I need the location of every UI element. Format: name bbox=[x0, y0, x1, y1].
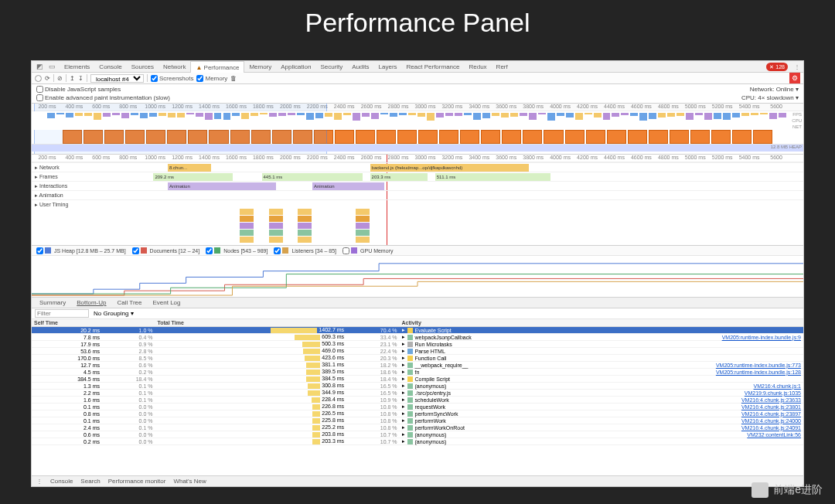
column-header[interactable]: Total Time bbox=[155, 319, 346, 327]
screenshot-thumb[interactable] bbox=[356, 130, 375, 144]
load-icon[interactable]: ↥ bbox=[70, 75, 75, 82]
frame-segment[interactable]: 511.1 ms bbox=[435, 173, 550, 181]
screenshot-thumb[interactable] bbox=[418, 130, 438, 144]
tab-layers[interactable]: Layers bbox=[374, 61, 402, 73]
column-header[interactable]: Self Time bbox=[32, 319, 102, 327]
anim-seg[interactable]: Animation bbox=[168, 182, 276, 190]
network-item[interactable]: backend.js (frekudmap...op/djfkapdkascnh… bbox=[370, 164, 529, 172]
table-row[interactable]: 1.3 ms0.1 % 300.8 ms16.5 %▸(anonymous)VM… bbox=[32, 383, 803, 390]
screenshot-thumb[interactable] bbox=[690, 130, 710, 144]
screenshot-thumb[interactable] bbox=[753, 130, 772, 144]
tab-performance[interactable]: ▲ Performance bbox=[190, 61, 244, 73]
screenshot-thumb[interactable] bbox=[439, 130, 458, 144]
table-row[interactable]: 384.5 ms18.4 % 384.5 ms18.4 %▸Compile Sc… bbox=[32, 376, 803, 383]
table-row[interactable]: 2.2 ms0.1 % 344.9 ms16.5 %▸./src/pc/entr… bbox=[32, 390, 803, 397]
screenshot-thumb[interactable] bbox=[565, 130, 584, 144]
settings-gear-icon[interactable]: ⚙ bbox=[789, 73, 800, 83]
overview-panel[interactable]: 200 ms400 ms600 ms800 ms1000 ms1200 ms14… bbox=[32, 104, 803, 155]
screenshot-thumb[interactable] bbox=[732, 130, 752, 144]
tab-event-log[interactable]: Event Log bbox=[148, 298, 185, 308]
table-row[interactable]: 170.0 ms8.5 % 423.6 ms20.3 %▸Function Ca… bbox=[32, 355, 803, 362]
record-button[interactable] bbox=[35, 75, 42, 82]
drawer-whats-new[interactable]: What's New bbox=[173, 478, 206, 485]
tab-elements[interactable]: Elements bbox=[60, 61, 94, 73]
screenshot-thumb[interactable] bbox=[670, 130, 689, 144]
mem-heap-checkbox[interactable] bbox=[36, 247, 43, 254]
track-interactions[interactable]: ▸ Interactions Animation Animation bbox=[32, 181, 803, 190]
network-select[interactable]: Online bbox=[776, 86, 794, 93]
tab-security[interactable]: Security bbox=[315, 61, 347, 73]
table-row[interactable]: 53.6 ms2.8 % 469.0 ms22.4 %▸Parse HTML bbox=[32, 348, 803, 355]
anim-seg[interactable]: Animation bbox=[312, 182, 384, 190]
screenshot-thumb[interactable] bbox=[649, 130, 668, 144]
grouping-select[interactable]: No Grouping ▾ bbox=[94, 310, 134, 317]
screenshot-thumb[interactable] bbox=[377, 130, 396, 144]
advanced-paint-checkbox[interactable] bbox=[36, 94, 43, 101]
network-item[interactable]: 8.chun... bbox=[168, 164, 211, 172]
memory-checkbox[interactable] bbox=[196, 75, 203, 82]
tab-summary[interactable]: Summary bbox=[35, 298, 70, 308]
drawer-more-icon[interactable]: ⋮ bbox=[36, 478, 43, 485]
table-row[interactable]: 0.1 ms0.0 % 225.8 ms10.8 %▸performWorkVM… bbox=[32, 417, 803, 424]
clear-icon[interactable]: ⊘ bbox=[57, 75, 63, 82]
device-icon[interactable]: ▭ bbox=[47, 62, 56, 71]
save-icon[interactable]: ↧ bbox=[78, 75, 84, 82]
track-network[interactable]: ▸ Network 8.chun... backend.js (frekudma… bbox=[32, 162, 803, 172]
frame-segment[interactable]: 445.1 ms bbox=[262, 173, 363, 181]
screenshot-thumb[interactable] bbox=[544, 130, 563, 144]
table-row[interactable]: 17.9 ms0.9 % 500.3 ms23.1 %▸Run Microtas… bbox=[32, 341, 803, 348]
table-row[interactable]: 0.2 ms0.0 % 203.3 ms10.7 %▸(anonymous) bbox=[32, 438, 803, 445]
drawer-perf-monitor[interactable]: Performance monitor bbox=[108, 478, 166, 485]
track-animation[interactable]: ▸ Animation bbox=[32, 190, 803, 199]
table-row[interactable]: 0.6 ms0.0 % 203.8 ms10.7 %▸(anonymous)VM… bbox=[32, 431, 803, 438]
tab-application[interactable]: Application bbox=[276, 61, 315, 73]
tab-audits[interactable]: Audits bbox=[347, 61, 373, 73]
inspect-icon[interactable]: ◩ bbox=[35, 62, 44, 71]
target-select[interactable]: localhost #4 bbox=[90, 74, 144, 83]
screenshots-checkbox[interactable] bbox=[151, 75, 158, 82]
frame-segment[interactable]: 203.3 ms bbox=[370, 173, 428, 181]
bottom-up-table[interactable]: Self TimeTotal TimeActivity 20.2 ms1.0 %… bbox=[32, 319, 803, 475]
table-row[interactable]: 20.2 ms1.0 % 1402.7 ms70.4 %▸Evaluate Sc… bbox=[32, 327, 803, 334]
screenshot-thumb[interactable] bbox=[335, 130, 354, 144]
screenshot-thumb[interactable] bbox=[502, 130, 521, 144]
error-badge[interactable]: ✕ 128 bbox=[766, 63, 788, 71]
flame-chart[interactable] bbox=[81, 209, 803, 255]
screenshot-thumb[interactable] bbox=[586, 130, 605, 144]
table-row[interactable]: 4.5 ms0.2 % 389.5 ms18.6 %▸fnVM205:runti… bbox=[32, 369, 803, 376]
tab-call-tree[interactable]: Call Tree bbox=[112, 298, 146, 308]
column-header[interactable]: Activity bbox=[400, 319, 583, 327]
more-icon[interactable]: ⋮ bbox=[794, 63, 800, 70]
table-row[interactable]: 0.1 ms0.0 % 226.8 ms10.8 %▸requestWorkVM… bbox=[32, 404, 803, 410]
table-row[interactable]: 7.8 ms0.4 % 609.3 ms33.4 %▸webpackJsonpC… bbox=[32, 334, 803, 341]
column-header[interactable] bbox=[102, 319, 155, 327]
tracks-panel[interactable]: 200 ms400 ms600 ms800 ms1000 ms1200 ms14… bbox=[32, 155, 803, 246]
drawer-console[interactable]: Console bbox=[50, 478, 73, 485]
table-row[interactable]: 1.6 ms0.1 % 228.4 ms10.9 %▸scheduleWorkV… bbox=[32, 397, 803, 404]
tab-bottom-up[interactable]: Bottom-Up bbox=[72, 298, 111, 308]
table-row[interactable]: 2.4 ms0.1 % 225.2 ms10.8 %▸performWorkOn… bbox=[32, 424, 803, 431]
frame-segment[interactable]: 209.2 ms bbox=[153, 173, 233, 181]
table-row[interactable]: 0.8 ms0.0 % 226.5 ms10.8 %▸performSyncWo… bbox=[32, 410, 803, 417]
tab-network[interactable]: Network bbox=[158, 61, 190, 73]
screenshot-thumb[interactable] bbox=[460, 130, 479, 144]
drawer-search[interactable]: Search bbox=[80, 478, 100, 485]
track-usertiming[interactable]: ▸ User Timing bbox=[32, 199, 803, 209]
cpu-select[interactable]: 4× slowdown bbox=[758, 94, 793, 101]
screenshot-thumb[interactable] bbox=[628, 130, 647, 144]
column-header[interactable] bbox=[346, 319, 399, 327]
tab-react[interactable]: React Performance bbox=[402, 61, 465, 73]
trash-icon[interactable]: 🗑 bbox=[230, 75, 237, 82]
screenshot-thumb[interactable] bbox=[711, 130, 731, 144]
disable-js-checkbox[interactable] bbox=[36, 86, 43, 93]
tab-sources[interactable]: Sources bbox=[127, 61, 158, 73]
screenshot-thumb[interactable] bbox=[481, 130, 500, 144]
screenshot-thumb[interactable] bbox=[397, 130, 417, 144]
screenshot-thumb[interactable] bbox=[523, 130, 542, 144]
tab-redux[interactable]: Redux bbox=[464, 61, 491, 73]
tab-console[interactable]: Console bbox=[94, 61, 126, 73]
tab-memory[interactable]: Memory bbox=[244, 61, 276, 73]
table-row[interactable]: 12.7 ms0.6 % 381.1 ms18.2 %▸__webpack_re… bbox=[32, 362, 803, 369]
screenshot-thumb[interactable] bbox=[607, 130, 626, 144]
reload-icon[interactable]: ⟳ bbox=[45, 75, 50, 82]
